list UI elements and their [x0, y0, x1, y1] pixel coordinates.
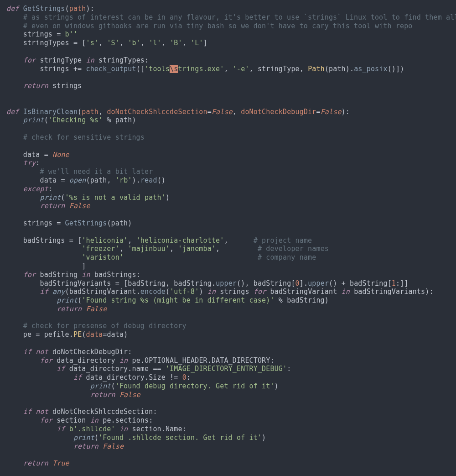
code-block: def GetStrings(path): # as strings of in… [0, 0, 456, 476]
